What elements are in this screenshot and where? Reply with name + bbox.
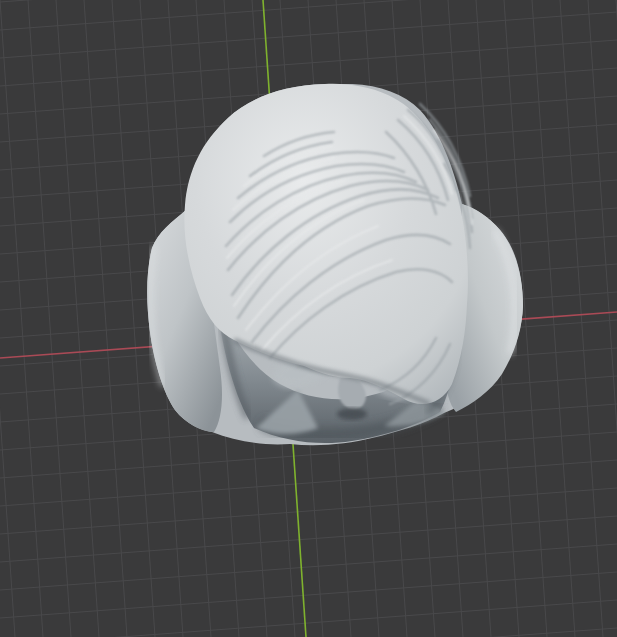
nose-shadow — [337, 408, 367, 420]
viewport-canvas[interactable] — [0, 0, 617, 637]
3d-viewport[interactable] — [0, 0, 617, 637]
